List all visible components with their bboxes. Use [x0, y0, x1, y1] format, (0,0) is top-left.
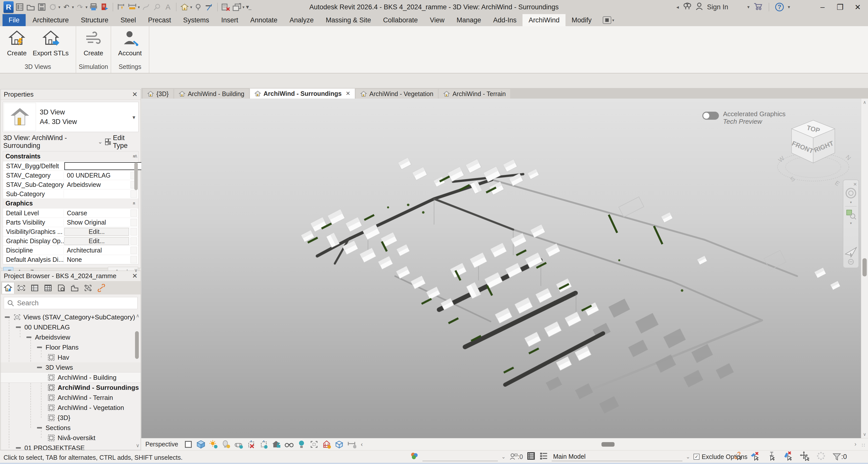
close-properties-icon[interactable]: ✕	[132, 91, 137, 98]
edit-type-button[interactable]: Edit Type	[105, 134, 138, 150]
exclude-options-checkbox[interactable]: ✓	[693, 454, 700, 460]
fly-mode-icon[interactable]	[844, 245, 858, 258]
render-icon[interactable]	[193, 2, 203, 12]
resize-grip[interactable]: ∷	[862, 442, 866, 448]
view-tab-archiwind-terrain[interactable]: ArchiWind - Terrain	[439, 89, 510, 99]
collapse-toggle[interactable]	[5, 316, 10, 318]
browser-views-tab[interactable]	[2, 282, 14, 294]
tree-item-floor-plans[interactable]: Floor Plans	[1, 342, 141, 352]
type-selector[interactable]: 3D View A4. 3D View ▾	[3, 102, 138, 132]
dimension-dropdown-icon[interactable]: ▾	[138, 5, 140, 9]
text-icon[interactable]: A	[163, 2, 173, 12]
tree-item-archiwind-terrain[interactable]: ArchiWind - Terrain	[1, 393, 141, 403]
sign-in-label[interactable]: Sign In	[707, 3, 728, 11]
property-row[interactable]: STAV_Bygg/Delfelt	[3, 161, 138, 171]
browser-groups-tab[interactable]	[82, 282, 94, 294]
view-tab-archiwind-building[interactable]: ArchiWind - Building	[174, 89, 249, 99]
tree-scroll-down-icon[interactable]: ∨	[136, 442, 140, 448]
collapse-navbar-icon[interactable]	[848, 258, 854, 266]
graphic-display-icon[interactable]	[196, 440, 206, 449]
tree-item-arbeidsview[interactable]: Arbeidsview	[1, 332, 141, 342]
collapse-toggle[interactable]	[37, 427, 42, 429]
wheel-dropdown-icon[interactable]: ▾	[850, 200, 851, 204]
tab-annotate[interactable]: Annotate	[244, 14, 283, 26]
displace-elements-icon[interactable]	[335, 440, 344, 449]
collapse-search-icon[interactable]: ◂	[676, 4, 679, 10]
editing-requests-button[interactable]: :0	[509, 453, 523, 461]
instance-selector-chevron-icon[interactable]: ⌄	[98, 138, 102, 145]
tree-scrollbar[interactable]	[134, 312, 140, 449]
collapse-toggle[interactable]	[37, 346, 42, 348]
close-navbar-icon[interactable]: ✕	[853, 182, 857, 187]
measure-panel-icon[interactable]	[347, 440, 356, 449]
collapse-view-bar-icon[interactable]: ‹	[361, 441, 363, 448]
property-row[interactable]: Default Analysis Di...None	[3, 255, 138, 264]
collapse-toggle[interactable]	[37, 367, 42, 368]
tab-file[interactable]: File	[2, 14, 26, 26]
sun-path-icon[interactable]	[209, 440, 218, 449]
view-tab-archiwind-vegetation[interactable]: ArchiWind - Vegetation	[356, 89, 438, 99]
browser-schedules-tab[interactable]	[28, 282, 41, 294]
undo-dropdown-icon[interactable]: ▾	[72, 5, 74, 9]
tab-analyze[interactable]: Analyze	[283, 14, 319, 26]
properties-icon[interactable]	[14, 2, 25, 12]
background-processes-icon[interactable]	[816, 452, 826, 462]
collapse-toggle[interactable]	[16, 327, 21, 328]
tab-add-ins[interactable]: Add-Ins	[487, 14, 523, 26]
section-constraints[interactable]: Constraints«	[3, 151, 138, 161]
tab-structure[interactable]: Structure	[75, 14, 115, 26]
accelerated-graphics-toggle[interactable]	[702, 112, 719, 120]
user-icon[interactable]	[695, 2, 703, 12]
svg-text:N[interactable]: N	[844, 154, 852, 161]
reveal-hidden-icon[interactable]	[284, 440, 293, 449]
zoom-dropdown-icon[interactable]: ▾	[850, 221, 851, 225]
select-by-face-toggle-icon[interactable]	[783, 451, 793, 462]
type-selector-dropdown-icon[interactable]: ▾	[132, 114, 135, 121]
selection-dropdown-icon[interactable]: ▾	[612, 18, 614, 23]
help-icon[interactable]: ?	[775, 3, 784, 11]
tree-item-archiwind-vegetation[interactable]: ArchiWind - Vegetation	[1, 403, 141, 413]
tab-steel[interactable]: Steel	[115, 14, 142, 26]
export-icon[interactable]	[100, 2, 110, 12]
active-workset-select[interactable]	[423, 452, 498, 461]
tab-view[interactable]: View	[424, 14, 451, 26]
model-canvas[interactable]: Accelerated Graphics Tech Preview TOP FR…	[141, 99, 861, 438]
sync-icon[interactable]	[48, 2, 58, 12]
project-browser-header[interactable]: Project Browser - BKS 4_2024_ramme ✕	[1, 271, 141, 281]
rendering-dialog-icon[interactable]	[234, 440, 243, 449]
tab-archiwind[interactable]: ArchiWind	[523, 14, 565, 26]
property-row[interactable]: Sub-Category	[3, 189, 138, 198]
browser-sheets-tab[interactable]	[55, 282, 68, 294]
account-button[interactable]: Account	[116, 28, 144, 58]
view-tab-archiwind-surroundings[interactable]: ArchiWind - Surroundings✕	[250, 89, 355, 99]
design-options-icon[interactable]	[527, 452, 535, 462]
svg-text:W[interactable]: W	[777, 155, 786, 163]
design-option-dropdown-icon[interactable]: ⌄	[686, 454, 690, 460]
collapse-toggle[interactable]	[16, 447, 21, 448]
tree-item-01-prosjektfase[interactable]: 01 PROSJEKTFASE	[1, 443, 141, 450]
export-stls-button[interactable]: Export STLs	[31, 28, 71, 58]
section-graphics[interactable]: Graphics«	[3, 198, 138, 208]
design-option-select[interactable]: Main Model	[552, 452, 682, 461]
temporary-view-properties-icon[interactable]	[297, 440, 306, 449]
switch-windows-icon[interactable]	[232, 2, 242, 12]
visual-style-icon[interactable]	[184, 440, 193, 449]
graphic-display-edit-button[interactable]: Edit...	[64, 237, 129, 245]
show-crop-region-icon[interactable]	[259, 440, 268, 449]
open-icon[interactable]	[26, 2, 36, 12]
tab-modify[interactable]: Modify	[565, 14, 598, 26]
unlocked-view-icon[interactable]	[272, 440, 281, 449]
tree-item-3d-views[interactable]: 3D Views	[1, 362, 141, 372]
tab-systems[interactable]: Systems	[177, 14, 215, 26]
horizontal-scroll-thumb[interactable]	[601, 442, 615, 447]
close-view-tab-icon[interactable]: ✕	[346, 90, 350, 97]
workset-dropdown-icon[interactable]: ⌄	[501, 454, 506, 460]
select-pinned-toggle-icon[interactable]	[767, 451, 776, 462]
svg-text:E[interactable]: E	[834, 179, 841, 187]
crop-view-icon[interactable]	[247, 440, 256, 449]
svg-text:S[interactable]: S	[789, 175, 796, 183]
select-underlay-toggle-icon[interactable]	[750, 451, 760, 462]
search-icon[interactable]	[683, 2, 691, 12]
scroll-down-arrow-icon[interactable]: ∨	[861, 432, 868, 437]
main-model-icon[interactable]	[539, 452, 548, 462]
